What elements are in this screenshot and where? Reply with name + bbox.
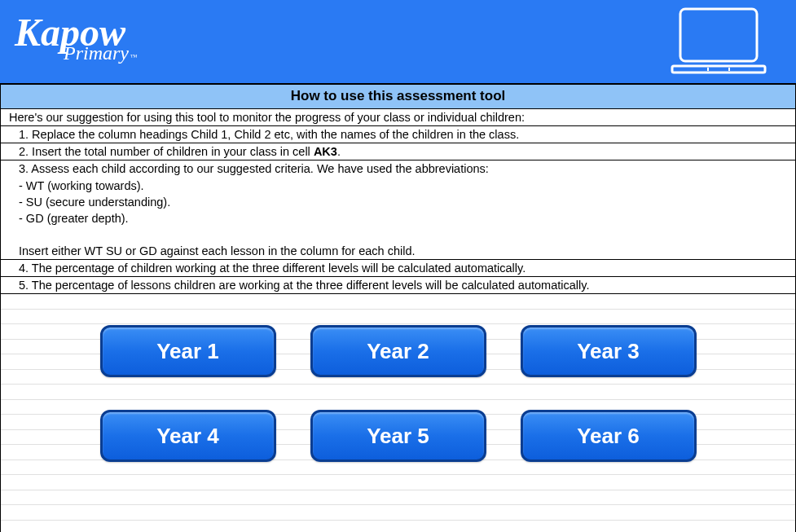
blank-line	[1, 226, 795, 243]
year-3-button[interactable]: Year 3	[521, 325, 697, 377]
abbr-wt: - WT (working towards).	[1, 178, 795, 194]
step-1: 1. Replace the column headings Child 1, …	[1, 126, 795, 143]
logo-main-text: Kapow	[15, 19, 138, 46]
brand-logo: Kapow Primary™	[15, 19, 138, 65]
button-row-1: Year 1 Year 2 Year 3	[100, 325, 697, 377]
laptop-icon	[666, 6, 772, 77]
year-2-button[interactable]: Year 2	[310, 325, 486, 377]
header-banner: Kapow Primary™	[0, 0, 796, 85]
abbr-su: - SU (secure understanding).	[1, 194, 795, 210]
year-buttons-area: Year 1 Year 2 Year 3 Year 4 Year 5 Year …	[0, 294, 796, 532]
step-5: 5. The percentage of lessons children ar…	[1, 277, 795, 294]
page-title: How to use this assessment tool	[0, 85, 796, 109]
step-4: 4. The percentage of children working at…	[1, 260, 795, 277]
step-3: 3. Assess each child according to our su…	[1, 160, 795, 177]
instructions-block: Here's our suggestion for using this too…	[0, 109, 796, 294]
svg-rect-1	[672, 66, 765, 73]
button-row-2: Year 4 Year 5 Year 6	[100, 410, 697, 462]
year-1-button[interactable]: Year 1	[100, 325, 276, 377]
svg-rect-0	[680, 9, 757, 61]
year-buttons-grid: Year 1 Year 2 Year 3 Year 4 Year 5 Year …	[1, 325, 795, 462]
abbr-gd: - GD (greater depth).	[1, 210, 795, 226]
year-5-button[interactable]: Year 5	[310, 410, 486, 462]
logo-sub-text: Primary™	[64, 42, 138, 64]
year-6-button[interactable]: Year 6	[521, 410, 697, 462]
insert-note: Insert either WT SU or GD against each l…	[1, 243, 795, 260]
year-4-button[interactable]: Year 4	[100, 410, 276, 462]
intro-text: Here's our suggestion for using this too…	[1, 109, 795, 126]
step-2: 2. Insert the total number of children i…	[1, 143, 795, 160]
